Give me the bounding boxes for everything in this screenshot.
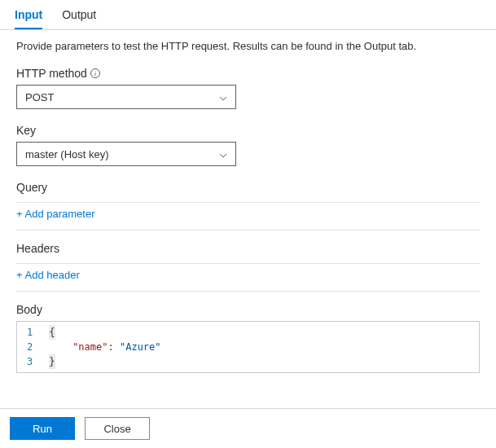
query-section: Query + Add parameter xyxy=(16,181,480,231)
run-button[interactable]: Run xyxy=(10,417,75,440)
headers-label: Headers xyxy=(16,242,480,260)
add-parameter-button[interactable]: + Add parameter xyxy=(16,203,94,222)
code-key: "name" xyxy=(72,341,108,353)
description-text: Provide parameters to test the HTTP requ… xyxy=(16,40,480,52)
body-section: Body 1 2 3 { "name": "Azure" } xyxy=(16,303,480,373)
editor-gutter: 1 2 3 xyxy=(17,322,44,372)
http-method-field: HTTP method i POST xyxy=(16,67,480,109)
tab-input[interactable]: Input xyxy=(15,0,42,29)
line-number: 2 xyxy=(27,340,33,354)
body-editor[interactable]: 1 2 3 { "name": "Azure" } xyxy=(16,321,480,373)
key-select[interactable]: master (Host key) xyxy=(16,142,236,166)
query-label: Query xyxy=(16,181,480,199)
close-button[interactable]: Close xyxy=(85,417,150,440)
info-icon[interactable]: i xyxy=(90,68,100,78)
line-number: 1 xyxy=(27,325,33,340)
editor-code[interactable]: { "name": "Azure" } xyxy=(44,322,479,372)
code-brace: { xyxy=(49,325,55,340)
line-number: 3 xyxy=(27,354,33,369)
key-field: Key master (Host key) xyxy=(16,124,480,166)
code-brace: } xyxy=(49,354,55,369)
http-method-label: HTTP method xyxy=(16,67,87,80)
chevron-down-icon xyxy=(219,93,227,101)
key-label: Key xyxy=(16,124,36,137)
add-header-button[interactable]: + Add header xyxy=(16,264,80,283)
code-indent xyxy=(49,341,72,353)
http-method-select[interactable]: POST xyxy=(16,85,236,109)
code-colon: : xyxy=(108,341,120,353)
panel-content: Provide parameters to test the HTTP requ… xyxy=(0,30,496,373)
headers-section: Headers + Add header xyxy=(16,242,480,292)
http-method-value: POST xyxy=(25,91,54,103)
tab-output[interactable]: Output xyxy=(62,0,96,29)
code-value: "Azure" xyxy=(120,341,161,353)
key-value: master (Host key) xyxy=(25,148,109,160)
footer-bar: Run Close xyxy=(0,408,496,448)
tab-bar: Input Output xyxy=(0,0,496,30)
body-label: Body xyxy=(16,303,480,321)
chevron-down-icon xyxy=(219,150,227,158)
